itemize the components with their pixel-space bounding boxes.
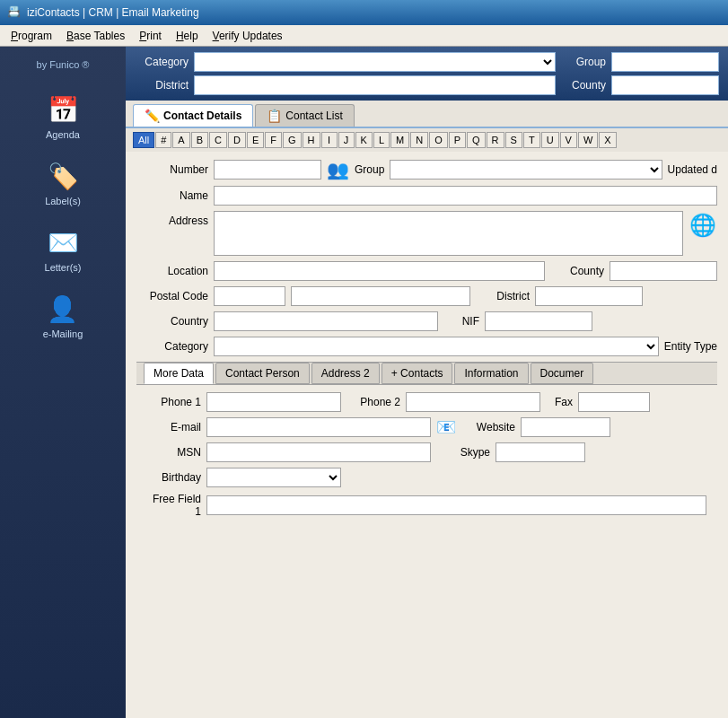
address-row: Address 🌐 <box>136 211 717 256</box>
alpha-q[interactable]: Q <box>467 132 486 148</box>
letter-icon: ✉️ <box>45 224 81 260</box>
label-icon: 🏷️ <box>45 158 81 194</box>
district-input[interactable] <box>535 286 643 306</box>
bottom-tab-contacts[interactable]: + Contacts <box>382 363 453 384</box>
bottom-tab-information[interactable]: Information <box>454 363 528 384</box>
group-form-label: Group <box>355 163 384 176</box>
msn-input[interactable] <box>206 442 431 462</box>
address-textarea[interactable] <box>214 211 683 256</box>
sidebar-item-emailing[interactable]: 👤 e-Mailing <box>43 291 83 339</box>
alpha-v[interactable]: V <box>560 132 577 148</box>
alpha-p[interactable]: P <box>449 132 466 148</box>
bottom-tab-document[interactable]: Documer <box>531 363 594 384</box>
alpha-m[interactable]: M <box>390 132 409 148</box>
sidebar-item-labels[interactable]: 🏷️ Label(s) <box>45 158 81 206</box>
county-header-input[interactable] <box>611 75 719 95</box>
name-label: Name <box>136 189 208 202</box>
name-input[interactable] <box>214 186 717 206</box>
alpha-c[interactable]: C <box>209 132 227 148</box>
category-select[interactable] <box>214 337 659 356</box>
alpha-w[interactable]: W <box>578 132 598 148</box>
entity-type-label: Entity Type <box>664 340 717 353</box>
category-entity-row: Category Entity Type <box>136 337 717 356</box>
phone2-input[interactable] <box>406 392 540 412</box>
phone1-input[interactable] <box>206 392 341 412</box>
number-input[interactable] <box>214 160 321 180</box>
globe-icon[interactable]: 🌐 <box>689 211 717 240</box>
group-select[interactable] <box>390 160 662 180</box>
nif-input[interactable] <box>485 311 592 331</box>
menu-help[interactable]: Help <box>169 28 206 44</box>
agenda-icon: 📅 <box>45 92 81 127</box>
postal-code-input-1[interactable] <box>214 286 285 306</box>
sidebar-item-letters[interactable]: ✉️ Letter(s) <box>45 224 82 273</box>
updated-label: Updated d <box>668 163 717 176</box>
header-row-2: District County <box>135 75 719 95</box>
app-icon: 📇 <box>7 5 22 20</box>
bottom-tab-address2[interactable]: Address 2 <box>311 363 380 384</box>
menu-print[interactable]: Print <box>132 28 169 44</box>
contact-details-tab-label: Contact Details <box>163 109 241 122</box>
alpha-n[interactable]: N <box>410 132 428 148</box>
alpha-b[interactable]: B <box>191 132 208 148</box>
county-input[interactable] <box>610 261 717 281</box>
group-people-icon[interactable]: 👥 <box>327 159 349 180</box>
postal-code-input-2[interactable] <box>291 286 470 306</box>
location-input[interactable] <box>214 261 545 281</box>
category-header-select[interactable] <box>194 52 556 72</box>
contact-form-area: Number 👥 Group Updated d Name Address 🌐 <box>126 152 728 718</box>
header-row-1: Category Group <box>135 52 719 72</box>
birthday-select[interactable] <box>206 468 341 487</box>
alpha-a[interactable]: A <box>172 132 189 148</box>
fax-input[interactable] <box>578 392 650 412</box>
sidebar: by Funico ® 📅 Agenda 🏷️ Label(s) ✉️ Lett… <box>0 47 126 718</box>
tab-contact-details[interactable]: ✏️ Contact Details <box>133 104 253 127</box>
website-input[interactable] <box>521 417 610 437</box>
alpha-g[interactable]: G <box>283 132 302 148</box>
group-header-input[interactable] <box>611 52 719 72</box>
alpha-all[interactable]: All <box>133 132 154 148</box>
alpha-d[interactable]: D <box>228 132 246 148</box>
alpha-hash[interactable]: # <box>155 132 171 148</box>
category-form-label: Category <box>136 340 208 353</box>
email-input[interactable] <box>206 417 431 437</box>
main-container: by Funico ® 📅 Agenda 🏷️ Label(s) ✉️ Lett… <box>0 47 728 718</box>
group-header-label: Group <box>561 56 606 68</box>
alpha-o[interactable]: O <box>429 132 448 148</box>
county-form-label: County <box>550 265 604 277</box>
free-field-1-label: Free Field 1 <box>147 493 201 518</box>
district-header-input[interactable] <box>194 75 556 95</box>
alpha-l[interactable]: L <box>373 132 390 148</box>
skype-input[interactable] <box>496 442 585 462</box>
email-label: E-mail <box>147 421 201 433</box>
alpha-j[interactable]: J <box>338 132 355 148</box>
contact-details-icon: ✏️ <box>145 109 160 123</box>
country-label: Country <box>136 315 208 328</box>
tab-contact-list[interactable]: 📋 Contact List <box>255 104 354 127</box>
content-area: Category Group District County ✏️ Contac… <box>126 47 728 718</box>
country-nif-row: Country NIF <box>136 311 717 331</box>
alpha-h[interactable]: H <box>303 132 320 148</box>
emailing-label: e-Mailing <box>43 328 83 339</box>
phone2-label: Phone 2 <box>346 396 400 408</box>
country-input[interactable] <box>214 311 438 331</box>
menu-program[interactable]: Program <box>4 28 59 44</box>
alpha-u[interactable]: U <box>541 132 559 148</box>
menu-base-tables[interactable]: Base Tables <box>59 28 132 44</box>
alpha-e[interactable]: E <box>247 132 264 148</box>
bottom-tab-contact-person[interactable]: Contact Person <box>215 363 310 384</box>
alpha-t[interactable]: T <box>523 132 540 148</box>
alpha-f[interactable]: F <box>265 132 282 148</box>
alpha-s[interactable]: S <box>505 132 522 148</box>
name-row: Name <box>136 186 717 206</box>
menu-verify-updates[interactable]: Verify Updates <box>206 28 290 44</box>
sidebar-logo: by Funico ® <box>33 56 93 74</box>
alpha-r[interactable]: R <box>487 132 504 148</box>
alpha-k[interactable]: K <box>355 132 373 148</box>
alpha-i[interactable]: I <box>321 132 338 148</box>
skype-label: Skype <box>436 446 490 459</box>
alpha-x[interactable]: X <box>599 132 616 148</box>
sidebar-item-agenda[interactable]: 📅 Agenda <box>45 92 81 140</box>
free-field-1-input[interactable] <box>206 495 706 515</box>
bottom-tab-more-data[interactable]: More Data <box>144 363 214 384</box>
